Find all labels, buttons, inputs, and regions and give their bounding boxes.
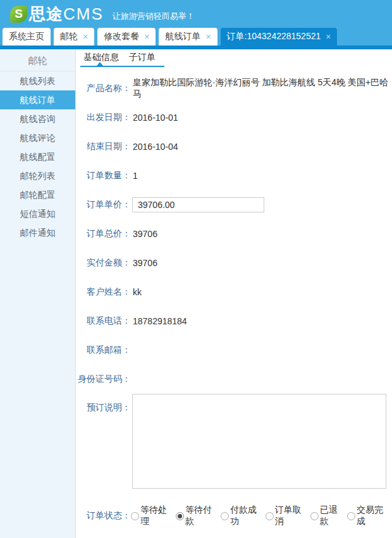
radio-icon[interactable] <box>266 512 274 520</box>
window-tab[interactable]: 订单:104324228152521× <box>221 28 338 46</box>
form-row-order-status: 订单状态：等待处理等待付款付款成功订单取消已退款交易完成 <box>76 501 392 530</box>
form-row-order-qty: 订单数量：1 <box>76 161 392 190</box>
sidebar-item[interactable]: 航线订单 <box>0 90 75 109</box>
form-value-customer-name: kk <box>131 287 142 297</box>
logo-name: 思途 <box>29 3 63 25</box>
sidebar: 邮轮 航线列表航线订单航线咨询航线评论航线配置邮轮列表邮轮配置短信通知邮件通知 <box>0 49 76 538</box>
sidebar-item[interactable]: 航线咨询 <box>0 109 75 128</box>
form-label-end-date: 结束日期： <box>76 141 131 152</box>
form-value-end-date: 2016-10-04 <box>131 142 178 152</box>
sidebar-item[interactable]: 邮件通知 <box>0 223 75 242</box>
radio-icon[interactable] <box>131 512 139 520</box>
sidebar-item[interactable]: 邮轮配置 <box>0 185 75 204</box>
radio-icon[interactable] <box>310 512 319 520</box>
close-icon[interactable]: × <box>83 32 88 42</box>
form-row-customer-name: 客户姓名：kk <box>76 278 392 307</box>
top-banner: S 思途 CMS 让旅游营销轻而易举！ <box>0 0 392 28</box>
logo-cms: CMS <box>63 4 104 24</box>
radio-label: 订单取消 <box>275 504 306 527</box>
form-row-end-date: 结束日期：2016-10-04 <box>76 132 392 161</box>
window-tab-label: 修改套餐 <box>104 31 139 42</box>
form-row-unit-price: 订单单价： <box>76 190 392 219</box>
radio-option[interactable]: 付款成功 <box>221 504 261 527</box>
radio-option[interactable]: 交易完成 <box>347 504 388 527</box>
radio-option[interactable]: 已退款 <box>310 504 343 527</box>
form-label-contact-phone: 联系电话： <box>76 315 131 327</box>
unit-price-input[interactable] <box>132 197 264 212</box>
form-row-paid-amount: 实付金额：39706 <box>76 248 392 278</box>
logo-icon: S <box>10 6 27 23</box>
radio-option[interactable]: 等待付款 <box>176 504 216 527</box>
radio-label: 付款成功 <box>230 504 261 527</box>
close-icon[interactable]: × <box>326 32 331 42</box>
sidebar-items: 航线列表航线订单航线咨询航线评论航线配置邮轮列表邮轮配置短信通知邮件通知 <box>0 71 75 242</box>
form-label-order-qty: 订单数量： <box>76 170 131 181</box>
window-tabs: 系统主页邮轮×修改套餐×航线订单×订单:104324228152521× <box>0 28 392 46</box>
form-value-total-price: 39706 <box>131 229 157 239</box>
app-logo: S 思途 CMS 让旅游营销轻而易举！ <box>10 3 195 25</box>
radio-label: 已退款 <box>320 504 343 527</box>
radio-label: 交易完成 <box>357 504 388 527</box>
form-row-contact-phone: 联系电话：18782918184 <box>76 307 392 336</box>
form-row-total-price: 订单总价：39706 <box>76 219 392 248</box>
radio-option[interactable]: 订单取消 <box>266 504 306 527</box>
form-row-contact-email: 联系邮箱： <box>76 336 392 365</box>
form-row-product-name: 产品名称：皇家加勒比国际游轮·海洋幻丽号 加勒比海航线 5天4晚 美国+巴哈马 <box>76 74 392 103</box>
form-label-product-name: 产品名称： <box>76 83 131 94</box>
sidebar-item[interactable]: 邮轮列表 <box>0 166 75 185</box>
window-tab-label: 订单:104324228152521 <box>227 31 321 42</box>
window-tab[interactable]: 邮轮× <box>54 28 94 46</box>
form-label-unit-price: 订单单价： <box>76 199 131 211</box>
order-status-radios: 等待处理等待付款付款成功订单取消已退款交易完成 <box>131 504 392 527</box>
form-row-booking-note: 预订说明： <box>76 394 392 489</box>
window-tab[interactable]: 修改套餐× <box>97 28 156 46</box>
active-tab-caret <box>97 62 103 66</box>
form-label-total-price: 订单总价： <box>76 228 131 240</box>
window-tab[interactable]: 系统主页 <box>3 28 51 46</box>
sidebar-item[interactable]: 短信通知 <box>0 204 75 223</box>
form-value-product-name: 皇家加勒比国际游轮·海洋幻丽号 加勒比海航线 5天4晚 美国+巴哈马 <box>131 77 392 100</box>
close-icon[interactable]: × <box>205 32 211 42</box>
order-form: 产品名称：皇家加勒比国际游轮·海洋幻丽号 加勒比海航线 5天4晚 美国+巴哈马出… <box>76 74 392 530</box>
window-tab-label: 航线订单 <box>165 31 200 42</box>
form-value-contact-phone: 18782918184 <box>131 316 187 326</box>
sidebar-title: 邮轮 <box>0 49 75 71</box>
sidebar-item[interactable]: 航线评论 <box>0 128 75 147</box>
radio-label: 等待付款 <box>185 504 216 527</box>
content-tab[interactable]: 子订单 <box>129 52 156 63</box>
sidebar-item[interactable]: 航线配置 <box>0 147 75 166</box>
form-value-depart-date: 2016-10-01 <box>131 113 178 123</box>
form-value-paid-amount: 39706 <box>131 258 157 268</box>
window-tab-label: 系统主页 <box>9 31 44 42</box>
form-label-id-number: 身份证号码： <box>76 374 131 385</box>
form-label-booking-note: 预订说明： <box>76 402 131 413</box>
radio-icon[interactable] <box>176 512 184 520</box>
form-label-order-status: 订单状态： <box>76 510 131 522</box>
form-label-depart-date: 出发日期： <box>76 112 131 123</box>
window-tab-label: 邮轮 <box>60 31 78 42</box>
form-label-customer-name: 客户姓名： <box>76 286 131 298</box>
sidebar-item[interactable]: 航线列表 <box>0 71 75 90</box>
form-label-contact-email: 联系邮箱： <box>76 345 131 356</box>
radio-icon[interactable] <box>221 512 229 520</box>
radio-option[interactable]: 等待处理 <box>131 504 171 527</box>
window-tab[interactable]: 航线订单× <box>159 28 217 46</box>
booking-note-textarea[interactable] <box>132 394 386 489</box>
form-value-order-qty: 1 <box>131 171 138 181</box>
radio-icon[interactable] <box>347 512 355 520</box>
main-content: 基础信息子订单 产品名称：皇家加勒比国际游轮·海洋幻丽号 加勒比海航线 5天4晚… <box>76 49 392 538</box>
radio-label: 等待处理 <box>140 504 171 527</box>
logo-tagline: 让旅游营销轻而易举！ <box>113 6 195 22</box>
content-tabs: 基础信息子订单 <box>80 49 164 67</box>
close-icon[interactable]: × <box>144 32 149 42</box>
form-row-id-number: 身份证号码： <box>76 365 392 394</box>
form-label-paid-amount: 实付金额： <box>76 257 131 269</box>
form-row-depart-date: 出发日期：2016-10-01 <box>76 103 392 132</box>
